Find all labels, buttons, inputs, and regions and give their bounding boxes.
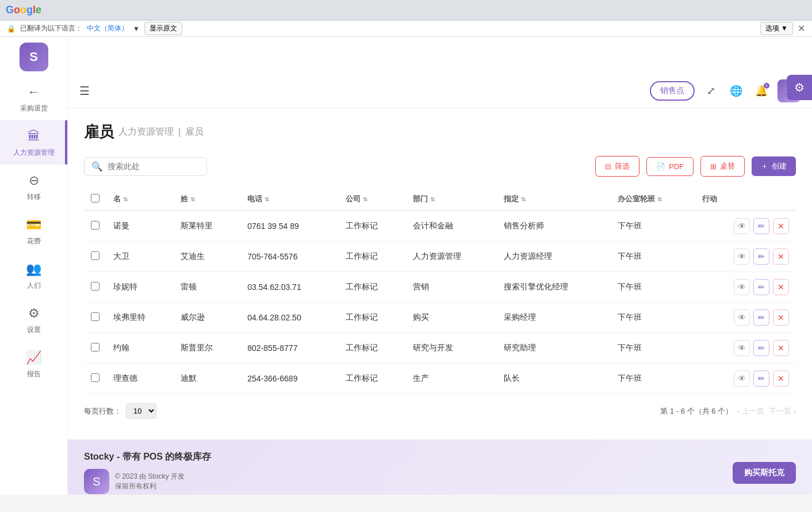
delete-button[interactable]: ✕ [773,249,789,265]
delete-button[interactable]: ✕ [773,218,789,234]
translate-bar: 🔒 已翻译为以下语言： 中文（简体） ▼ 显示原文 选项 ▼ ✕ [0,21,812,37]
hr-icon: 🏛 [25,127,43,146]
table-button[interactable]: ⊞ 桌替 [700,156,745,177]
filter-button[interactable]: ⊟ 筛选 [595,156,639,177]
edit-button[interactable]: ✏ [753,370,769,387]
delete-button[interactable]: ✕ [773,370,789,387]
top-nav: ☰ 销售点 ⤢ 🌐 🔔 1 S [68,74,812,108]
cell-dept: 会计和金融 [406,211,496,242]
row-checkbox-cell [84,364,106,394]
edit-button[interactable]: ✏ [753,310,769,326]
breadcrumb-parent: 人力资源管理 [118,126,174,138]
settings-icon: ⚙ [25,304,43,323]
per-page-container: 每页行数： 10 25 50 [84,403,156,419]
settings-fab[interactable]: ⚙ [787,75,812,100]
delete-button[interactable]: ✕ [773,310,789,326]
col-first: 名⇅ [106,188,174,211]
sidebar-item-reports[interactable]: 📈 报告 [0,342,67,386]
cell-dept: 营销 [406,272,496,303]
sidebar-item-transfer[interactable]: ⊖ 转移 [0,165,67,209]
prev-page-button[interactable]: ‹ 上一页 [737,406,764,417]
cell-shift: 下午班 [611,303,695,333]
cell-dept: 购买 [406,303,496,333]
cell-dept: 人力资源管理 [406,242,496,272]
row-checkbox[interactable] [91,282,99,291]
search-input[interactable] [108,162,200,171]
edit-button[interactable]: ✏ [753,218,769,234]
cell-first: 大卫 [106,242,174,272]
translate-prefix: 已翻译为以下语言： [20,24,82,33]
row-checkbox[interactable] [91,251,99,260]
sidebar-item-hr[interactable]: 🏛 人力资源管理 [0,120,67,165]
sidebar-label-reports: 报告 [27,369,41,379]
row-checkbox-cell [84,242,106,272]
cell-designation: 人力资源经理 [497,242,611,272]
row-checkbox[interactable] [91,221,99,230]
row-checkbox[interactable] [91,312,99,321]
col-action: 行动 [695,188,796,211]
show-original-button[interactable]: 显示原文 [144,22,182,35]
cell-action: 👁 ✏ ✕ [695,242,796,272]
row-checkbox[interactable] [91,343,99,351]
expand-icon[interactable]: ⤢ [702,82,720,100]
close-translate-button[interactable]: ✕ [798,23,805,34]
header-checkbox-cell [84,188,106,211]
footer-banner: Stocky - 带有 POS 的终极库存 S © 2023 由 Stocky … [68,440,812,495]
reports-icon: 📈 [25,349,43,367]
cell-first: 珍妮特 [106,272,174,303]
per-page-select[interactable]: 10 25 50 [126,403,156,419]
cell-last: 雷顿 [174,272,241,303]
col-dept: 部门⇅ [406,188,496,211]
toolbar: 🔍 ⊟ 筛选 📄 PDF ⊞ 桌替 ＋ 创建 [84,156,796,177]
select-all-checkbox[interactable] [91,194,99,202]
edit-button[interactable]: ✏ [753,249,769,265]
edit-button[interactable]: ✏ [753,279,769,295]
row-checkbox-cell [84,272,106,303]
pdf-icon: 📄 [656,162,665,171]
view-button[interactable]: 👁 [734,310,750,326]
table-row: 埃弗里特 威尔逊 04.64.28.02.50 工作标记 购买 采购经理 下午班… [84,303,796,333]
delete-button[interactable]: ✕ [773,279,789,295]
sidebar-item-expenses[interactable]: 💳 花费 [0,209,67,253]
buy-button[interactable]: 购买斯托克 [733,462,796,484]
cell-shift: 下午班 [611,272,695,303]
sidebar-item-purchase-return[interactable]: ← 采购退货 [0,76,67,120]
sidebar-item-settings[interactable]: ⚙ 设置 [0,297,67,342]
options-button[interactable]: 选项 ▼ [760,22,793,35]
cell-designation: 搜索引擎优化经理 [497,272,611,303]
sales-point-button[interactable]: 销售点 [650,81,695,101]
cell-shift: 下午班 [611,364,695,394]
table-row: 诺曼 斯莱特里 0761 39 54 89 工作标记 会计和金融 销售分析师 下… [84,211,796,242]
sidebar: S ← 采购退货 🏛 人力资源管理 ⊖ 转移 💳 花费 👥 人们 ⚙ 设置 📈 … [0,37,68,495]
copyright: © 2023 由 Stocky 开发 [115,472,185,482]
app-logo: S [20,43,48,71]
cell-shift: 下午班 [611,211,695,242]
footer-logo: S [84,469,109,494]
edit-button[interactable]: ✏ [753,340,769,356]
page-title: 雇员 [84,122,114,142]
view-button[interactable]: 👁 [734,249,750,265]
cell-shift: 下午班 [611,242,695,272]
translate-lang-link[interactable]: 中文（简体） [87,24,128,33]
view-button[interactable]: 👁 [734,340,750,356]
page-header: 雇员 人力资源管理 | 雇员 [84,122,796,142]
sidebar-item-people[interactable]: 👥 人们 [0,253,67,297]
purchase-return-icon: ← [25,83,43,101]
view-button[interactable]: 👁 [734,218,750,234]
hamburger-icon[interactable]: ☰ [79,84,90,98]
create-button[interactable]: ＋ 创建 [752,156,796,176]
sidebar-label-transfer: 转移 [27,192,41,202]
next-page-button[interactable]: 下一页 › [769,406,796,417]
cell-first: 诺曼 [106,211,174,242]
row-checkbox[interactable] [91,373,99,382]
cell-first: 约翰 [106,333,174,364]
notification-bell[interactable]: 🔔 1 [752,82,771,100]
delete-button[interactable]: ✕ [773,340,789,356]
globe-icon[interactable]: 🌐 [727,82,745,100]
view-button[interactable]: 👁 [734,279,750,295]
sidebar-label-people: 人们 [27,281,41,291]
cell-last: 艾迪生 [174,242,241,272]
pdf-button[interactable]: 📄 PDF [646,157,694,176]
view-button[interactable]: 👁 [734,370,750,387]
create-icon: ＋ [761,161,768,171]
